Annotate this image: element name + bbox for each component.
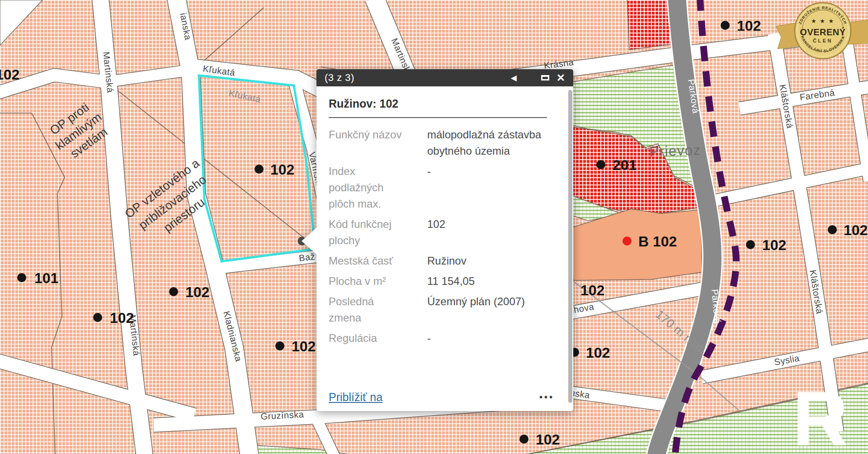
field-value: 11 154,05: [427, 273, 560, 289]
field-label: Funkčný názov: [329, 127, 402, 159]
zone-dot: [746, 240, 755, 249]
close-icon[interactable]: ✕: [557, 73, 565, 83]
popup-body: Ružinov: 102 Funkčný názov málopodlažná …: [316, 86, 573, 411]
zoom-to-link[interactable]: Priblížiť na: [329, 391, 382, 404]
field-value: -: [427, 163, 560, 212]
zone-dot-red: [623, 236, 632, 246]
zone-dot: [519, 435, 528, 444]
badge-title: OVERENÝ: [800, 27, 845, 37]
zone-label: 102: [536, 431, 560, 448]
field-row: Kód funkčnej plochy 102: [329, 216, 560, 249]
zone-label: 102: [292, 338, 316, 355]
more-options-icon[interactable]: •••: [537, 392, 557, 403]
zone-dot: [17, 273, 26, 282]
field-row: Mestská časť Ružinov: [329, 253, 560, 269]
field-value: 102: [427, 216, 560, 249]
zone-label: 102: [185, 284, 209, 300]
popup-prev-button[interactable]: ◀: [511, 74, 517, 82]
popup-scrollbar[interactable]: [568, 90, 572, 403]
field-label: Index podlažných plôch max.: [329, 163, 402, 212]
field-label: Plocha v m²: [329, 273, 402, 289]
zone-label: 102: [0, 66, 19, 83]
field-label: Posledná zmena: [329, 293, 402, 326]
zone-dot: [255, 165, 264, 174]
district-label-prievoz: Prievoz: [649, 142, 701, 160]
field-label: Regulácia: [329, 330, 402, 346]
zone-label: 201: [613, 157, 637, 173]
field-value: -: [427, 330, 560, 346]
zone-dot: [169, 287, 178, 296]
popup-pointer: [302, 227, 317, 255]
feature-popup: (3 z 3) ◀ ✕ Ružinov: 102 Funkčný názov m…: [316, 69, 573, 411]
zone-label: B 102: [638, 233, 677, 250]
field-value: Ružinov: [427, 253, 560, 269]
zone-dot: [596, 160, 605, 169]
field-row: Index podlažných plôch max. -: [329, 163, 560, 212]
zone-dot: [93, 313, 102, 322]
zone-dot: [828, 225, 837, 234]
badge-stars-icon: ★ ★ ★: [811, 18, 835, 24]
popup-paging: (3 z 3): [325, 72, 354, 84]
popup-header[interactable]: (3 z 3) ◀ ✕: [316, 69, 573, 86]
field-label: Mestská časť: [329, 253, 402, 269]
field-value: Územný plán (2007): [427, 293, 560, 326]
field-row: Funkčný názov málopodlažná zástavba obyt…: [329, 127, 560, 159]
zone-label: 102: [580, 282, 604, 298]
app-window: Martinská Martinská Martinská ianska Kľu…: [0, 0, 868, 454]
field-label: Kód funkčnej plochy: [329, 216, 402, 249]
zone-dot: [721, 21, 730, 30]
field-value: málopodlažná zástavba obytného územia: [427, 127, 560, 159]
badge-subtitle: ČLEN: [813, 38, 833, 43]
zone-label: 102: [844, 222, 868, 238]
company-logo-r-icon: R: [793, 376, 848, 454]
field-row: Regulácia -: [329, 330, 560, 346]
field-row: Plocha v m² 11 154,05: [329, 273, 560, 289]
maximize-icon[interactable]: [541, 75, 549, 80]
zone-dot: [275, 341, 284, 350]
field-row: Posledná zmena Územný plán (2007): [329, 293, 560, 326]
popup-divider: [329, 117, 547, 118]
popup-title: Ružinov: 102: [329, 97, 560, 110]
zone-label: 102: [270, 161, 294, 178]
zone-label: 102: [737, 18, 761, 34]
zone-label: 101: [34, 270, 58, 286]
zone-label: 102: [110, 310, 134, 326]
zone-label: 102: [762, 237, 786, 253]
popup-footer: Priblížiť na •••: [329, 391, 557, 404]
zone-label: 102: [586, 345, 610, 361]
